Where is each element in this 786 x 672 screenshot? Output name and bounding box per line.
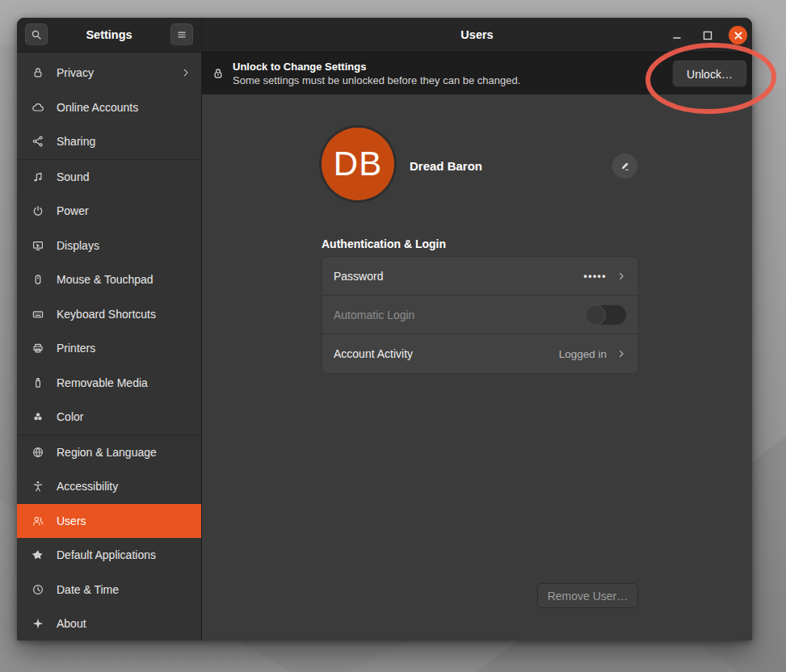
accessibility-icon [32, 480, 44, 493]
sidebar-item-label: Region & Language [57, 446, 157, 459]
avatar[interactable]: DB [322, 128, 394, 200]
sidebar-item-label: Color [57, 410, 83, 423]
sidebar-item-accessibility[interactable]: Accessibility [17, 469, 201, 504]
sidebar-list: Privacy Online Accounts Sharing [17, 52, 201, 640]
globe-icon [32, 446, 44, 459]
maximize-icon [702, 30, 713, 41]
page-title: Users [460, 28, 493, 41]
unlock-banner: Unlock to Change Settings Some settings … [202, 52, 752, 94]
auth-settings-list: Password ••••• Automatic Login A [322, 256, 639, 374]
color-circles-icon [32, 410, 44, 423]
sidebar-item-mouse-touchpad[interactable]: Mouse & Touchpad [17, 262, 201, 297]
sidebar-item-label: Removable Media [57, 376, 148, 389]
sidebar-item-label: Mouse & Touchpad [57, 273, 153, 286]
banner-title: Unlock to Change Settings [233, 60, 520, 74]
sidebar-item-label: Users [57, 514, 86, 527]
sidebar-item-default-applications[interactable]: Default Applications [17, 538, 201, 573]
close-icon [733, 31, 743, 40]
users-panel: DB Dread Baron Authentication & Login Pa… [202, 94, 752, 640]
search-button[interactable] [25, 23, 48, 46]
power-icon [32, 204, 44, 217]
mouse-icon [32, 273, 44, 286]
banner-text: Unlock to Change Settings Some settings … [233, 60, 520, 87]
sidebar-item-sound[interactable]: Sound [17, 160, 201, 195]
cloud-icon [32, 101, 44, 114]
password-row[interactable]: Password ••••• [322, 257, 638, 296]
hamburger-menu-icon [175, 28, 188, 41]
maximize-button[interactable] [698, 26, 717, 44]
sidebar-item-date-time[interactable]: Date & Time [17, 573, 201, 607]
sidebar-item-label: Sound [57, 170, 89, 183]
sidebar-item-removable-media[interactable]: Removable Media [17, 366, 201, 401]
toggle-knob [585, 304, 606, 326]
remove-user-button[interactable]: Remove User… [537, 583, 638, 608]
sidebar-header: Settings [17, 18, 201, 52]
window-controls [667, 18, 747, 52]
flash-drive-icon [32, 376, 44, 389]
chevron-right-icon [616, 271, 627, 282]
sidebar-item-about[interactable]: About [17, 607, 201, 640]
keyboard-icon [32, 308, 44, 321]
main-header: Users [202, 18, 752, 52]
sidebar-item-label: Online Accounts [57, 101, 138, 114]
banner-subtitle: Some settings must be unlocked before th… [233, 74, 520, 87]
sidebar-item-privacy[interactable]: Privacy [17, 56, 201, 90]
sidebar-item-label: Accessibility [57, 480, 118, 493]
auth-section-heading: Authentication & Login [322, 237, 446, 250]
account-activity-value: Logged in [559, 348, 607, 360]
sparkle-icon [32, 617, 44, 630]
close-button[interactable] [729, 26, 747, 44]
automatic-login-row: Automatic Login [322, 296, 638, 334]
pencil-icon [619, 160, 631, 172]
sidebar-item-color[interactable]: Color [17, 400, 201, 435]
sidebar-item-online-accounts[interactable]: Online Accounts [17, 90, 201, 125]
automatic-login-toggle[interactable] [585, 304, 627, 326]
main-pane: Users Unlock to Change Settings [202, 18, 752, 640]
share-icon [32, 135, 44, 148]
search-icon [30, 28, 43, 41]
sidebar-item-region-language[interactable]: Region & Language [17, 435, 201, 470]
users-icon [32, 514, 44, 527]
display-icon [32, 239, 44, 252]
sidebar-item-label: Sharing [57, 135, 95, 148]
account-activity-row[interactable]: Account Activity Logged in [322, 334, 638, 373]
printer-icon [32, 342, 44, 355]
sidebar-item-label: About [57, 617, 86, 630]
clock-icon [32, 583, 44, 596]
settings-window: Settings Privacy Onl [17, 18, 752, 640]
music-note-icon [32, 170, 44, 183]
sidebar-item-label: Default Applications [57, 548, 156, 561]
account-activity-label: Account Activity [334, 347, 413, 360]
star-icon [32, 548, 44, 561]
sidebar-item-label: Printers [57, 342, 95, 355]
edit-name-button[interactable] [612, 153, 638, 179]
sidebar-item-label: Date & Time [57, 583, 119, 596]
sidebar-item-power[interactable]: Power [17, 194, 201, 229]
sidebar: Settings Privacy Onl [17, 18, 202, 640]
password-label: Password [334, 270, 383, 283]
sidebar-item-label: Privacy [57, 66, 94, 79]
lock-icon [32, 66, 44, 79]
sidebar-item-label: Keyboard Shortcuts [57, 308, 156, 321]
user-full-name: Dread Baron [410, 159, 482, 173]
lock-icon [212, 67, 225, 80]
password-value: ••••• [583, 271, 607, 282]
sidebar-item-users[interactable]: Users [17, 504, 201, 539]
minimize-icon [671, 30, 683, 41]
sidebar-item-printers[interactable]: Printers [17, 331, 201, 366]
sidebar-item-label: Displays [57, 239, 99, 252]
sidebar-item-sharing[interactable]: Sharing [17, 124, 201, 159]
sidebar-item-label: Power [57, 204, 89, 217]
sidebar-item-keyboard-shortcuts[interactable]: Keyboard Shortcuts [17, 297, 201, 332]
chevron-right-icon [180, 67, 191, 78]
automatic-login-label: Automatic Login [334, 309, 414, 321]
minimize-button[interactable] [667, 26, 686, 44]
menu-button[interactable] [170, 23, 193, 46]
sidebar-item-displays[interactable]: Displays [17, 229, 201, 263]
unlock-button[interactable]: Unlock… [672, 61, 747, 87]
chevron-right-icon [616, 348, 627, 359]
